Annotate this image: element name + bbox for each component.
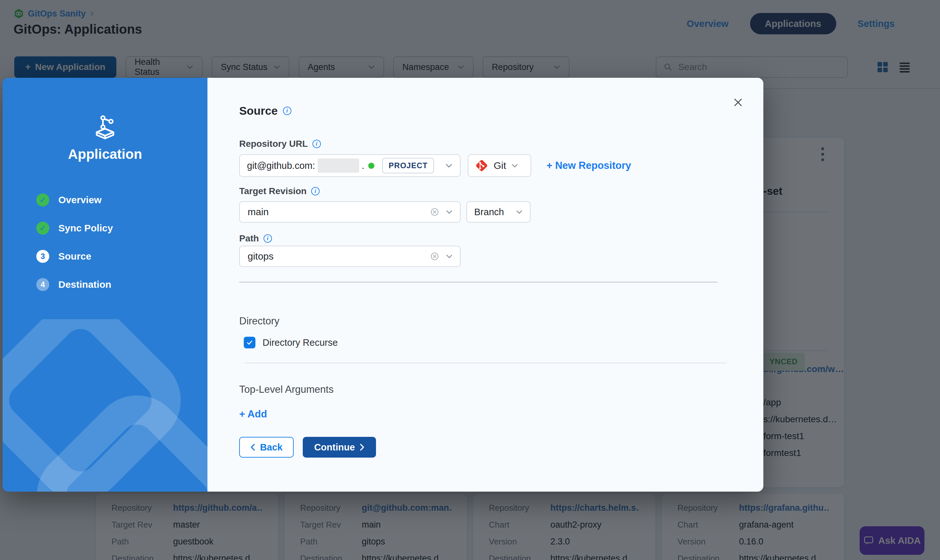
gitops-applications-page: GitOps Sanity › GitOps: Applications Ove… <box>0 0 940 560</box>
chevron-down-icon <box>445 163 453 168</box>
step-number: 3 <box>36 250 49 263</box>
info-icon[interactable]: i <box>311 187 320 195</box>
target-revision-input[interactable] <box>247 206 424 218</box>
info-icon[interactable]: i <box>312 140 321 148</box>
step-done-icon: ✓ <box>36 222 49 235</box>
directory-recurse-row: Directory Recurse <box>244 337 338 348</box>
chevron-down-icon[interactable] <box>446 254 453 258</box>
clear-icon[interactable] <box>430 208 439 217</box>
step-source[interactable]: 3 Source <box>36 249 113 263</box>
revision-type-select[interactable]: Branch <box>466 201 531 223</box>
form-heading: Source i <box>239 105 291 117</box>
target-revision-label: Target Revision i <box>239 186 320 196</box>
chevron-left-icon <box>250 443 255 451</box>
chevron-right-icon <box>360 443 365 451</box>
project-scope-badge: PROJECT <box>382 158 434 173</box>
path-field <box>239 246 461 267</box>
chevron-down-icon[interactable] <box>446 210 453 214</box>
chevron-down-icon <box>516 210 523 214</box>
connection-status-dot <box>368 163 374 169</box>
new-application-modal: Application ✓ Overview ✓ Sync Policy 3 S… <box>3 78 763 492</box>
step-sync-policy[interactable]: ✓ Sync Policy <box>36 221 113 235</box>
step-done-icon: ✓ <box>36 194 49 206</box>
harness-watermark-logo <box>3 319 208 492</box>
top-level-arguments-heading: Top-Level Arguments <box>239 384 334 395</box>
back-button[interactable]: Back <box>239 437 294 458</box>
step-number: 4 <box>36 278 49 291</box>
add-argument-link[interactable]: + Add <box>239 408 267 420</box>
repository-url-value: git@github.com: <box>247 160 315 171</box>
revision-type-value: Branch <box>474 207 504 217</box>
repository-url-select[interactable]: git@github.com: . PROJECT <box>239 154 461 177</box>
continue-button[interactable]: Continue <box>303 437 376 458</box>
repository-type-select[interactable]: Git <box>468 154 531 177</box>
repo-type-value: Git <box>494 160 506 171</box>
directory-recurse-label: Directory Recurse <box>263 337 338 348</box>
redacted-text-block <box>318 158 359 173</box>
section-divider <box>239 282 718 283</box>
application-wizard-icon <box>91 114 119 142</box>
new-repository-link[interactable]: + New Repository <box>546 160 631 171</box>
repository-url-label: Repository URL i <box>239 139 321 149</box>
path-label: Path i <box>239 233 272 244</box>
step-overview[interactable]: ✓ Overview <box>36 192 113 207</box>
wizard-steps: ✓ Overview ✓ Sync Policy 3 Source 4 Dest… <box>36 192 113 292</box>
directory-recurse-checkbox[interactable] <box>244 337 255 348</box>
target-revision-field <box>239 201 461 223</box>
wizard-body: Source i Repository URL i git@github.com… <box>208 78 763 492</box>
chevron-down-icon <box>511 163 518 168</box>
clear-icon[interactable] <box>430 252 439 261</box>
git-icon <box>475 159 488 172</box>
close-icon[interactable] <box>732 96 745 109</box>
path-input[interactable] <box>247 251 424 262</box>
step-destination[interactable]: 4 Destination <box>36 277 113 292</box>
directory-heading: Directory <box>239 315 279 327</box>
info-icon[interactable]: i <box>283 107 291 115</box>
wizard-title: Application <box>3 146 208 162</box>
section-divider <box>245 363 727 363</box>
wizard-sidebar: Application ✓ Overview ✓ Sync Policy 3 S… <box>3 78 208 492</box>
info-icon[interactable]: i <box>263 234 272 243</box>
